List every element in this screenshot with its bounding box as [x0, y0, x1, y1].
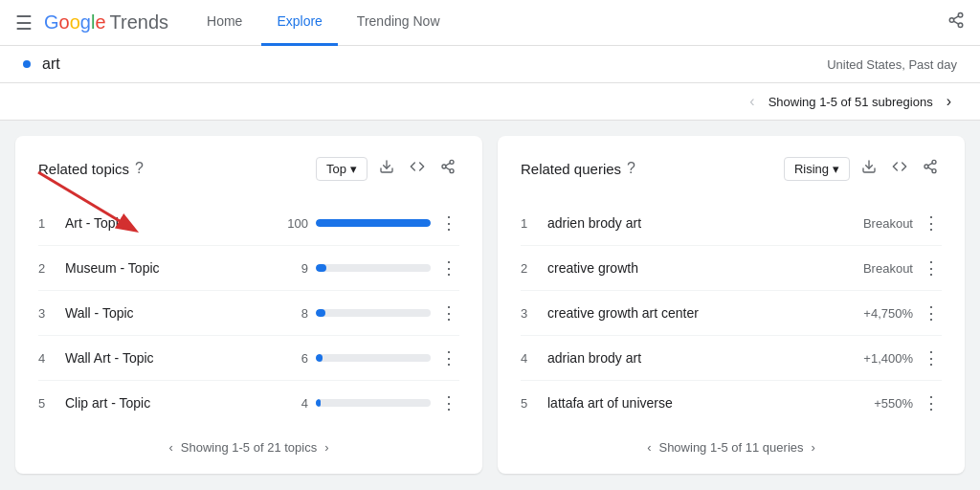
more-options-icon[interactable]: ⋮ — [438, 211, 459, 235]
search-bar: art United States, Past day — [0, 46, 980, 83]
query-row: 5 lattafa art of universe +550% ⋮ — [521, 381, 942, 425]
row-num: 1 — [521, 216, 540, 231]
related-queries-embed-icon[interactable] — [888, 155, 911, 182]
row-num: 1 — [38, 216, 57, 231]
related-queries-footer: ‹ Showing 1-5 of 11 queries › — [521, 440, 942, 455]
search-location: United States, Past day — [827, 57, 957, 72]
share-icon[interactable] — [947, 11, 965, 33]
row-num: 4 — [521, 351, 540, 366]
svg-line-12 — [446, 163, 451, 166]
related-topics-share-icon[interactable] — [436, 155, 459, 182]
topic-row: 3 Wall - Topic 8 ⋮ — [38, 291, 459, 336]
topics-rows: 1 Art - Topic 100 ⋮ 2 Museum - Topic 9 ⋮… — [38, 201, 459, 425]
related-queries-download-icon[interactable] — [858, 155, 880, 182]
more-options-icon[interactable]: ⋮ — [438, 345, 459, 370]
topic-row: 5 Clip art - Topic 4 ⋮ — [38, 381, 459, 425]
row-label: creative growth — [547, 260, 863, 276]
query-row: 2 creative growth Breakout ⋮ — [521, 246, 942, 291]
row-status: Breakout — [863, 216, 913, 231]
related-queries-controls: Rising ▾ — [784, 155, 942, 182]
bar-fill — [316, 264, 326, 272]
related-queries-share-icon[interactable] — [919, 155, 942, 182]
topics-footer-text: Showing 1-5 of 21 topics — [181, 440, 317, 455]
menu-icon[interactable]: ☰ — [15, 11, 33, 34]
topics-next-arrow[interactable]: › — [324, 440, 328, 455]
query-row: 1 adrien brody art Breakout ⋮ — [521, 201, 942, 246]
topic-row: 4 Wall Art - Topic 6 ⋮ — [38, 336, 459, 381]
more-options-icon[interactable]: ⋮ — [921, 211, 942, 235]
queries-next-arrow[interactable]: › — [812, 440, 815, 455]
search-term: art — [42, 56, 827, 73]
bar-fill — [316, 399, 321, 407]
row-label: Wall Art - Topic — [65, 350, 289, 366]
google-logo-text: Google Trends — [44, 11, 168, 33]
bar-container — [316, 219, 431, 227]
related-queries-title: Related queries — [521, 161, 621, 177]
row-num: 5 — [38, 396, 57, 411]
more-options-icon[interactable]: ⋮ — [438, 390, 459, 415]
subregions-nav: ‹ Showing 1-5 of 51 subregions › — [744, 91, 957, 112]
subregions-bar: ‹ Showing 1-5 of 51 subregions › — [0, 83, 980, 121]
subregions-next[interactable]: › — [941, 91, 957, 112]
logo: Google Trends — [44, 11, 168, 33]
related-topics-card: Related topics ? Top ▾ 1 Art - — [15, 136, 482, 474]
nav-home[interactable]: Home — [191, 0, 257, 46]
bar-bg — [316, 309, 431, 317]
row-label: adrian brody art — [547, 350, 863, 366]
queries-prev-arrow[interactable]: ‹ — [647, 440, 651, 455]
row-status: Breakout — [863, 261, 913, 276]
related-topics-controls: Top ▾ — [316, 155, 459, 182]
row-num: 3 — [38, 306, 57, 321]
bar-bg — [316, 354, 431, 362]
row-value: 6 — [289, 351, 308, 366]
row-value: 9 — [289, 261, 308, 276]
bar-container — [316, 354, 431, 362]
header: ☰ Google Trends Home Explore Trending No… — [0, 0, 980, 46]
svg-line-3 — [953, 21, 958, 24]
query-row: 4 adrian brody art +1,400% ⋮ — [521, 336, 942, 381]
topics-prev-arrow[interactable]: ‹ — [168, 440, 172, 455]
search-dot — [23, 60, 31, 68]
related-queries-header: Related queries ? Rising ▾ — [521, 155, 942, 182]
related-topics-dropdown[interactable]: Top ▾ — [316, 157, 368, 181]
row-label: creative growth art center — [547, 305, 863, 321]
subregions-prev[interactable]: ‹ — [744, 91, 760, 112]
row-status: +1,400% — [863, 351, 913, 366]
svg-line-4 — [953, 16, 958, 19]
row-label: Clip art - Topic — [65, 395, 289, 411]
query-row: 3 creative growth art center +4,750% ⋮ — [521, 291, 942, 336]
row-num: 4 — [38, 351, 57, 366]
row-label: Art - Topic — [65, 215, 287, 231]
more-options-icon[interactable]: ⋮ — [921, 301, 942, 325]
topic-row: 2 Museum - Topic 9 ⋮ — [38, 246, 459, 291]
bar-container — [316, 399, 431, 407]
more-options-icon[interactable]: ⋮ — [921, 390, 942, 415]
row-label: adrien brody art — [547, 215, 863, 231]
row-num: 2 — [38, 261, 57, 276]
related-queries-dropdown[interactable]: Rising ▾ — [784, 157, 850, 181]
trends-text: Trends — [110, 11, 169, 33]
svg-line-18 — [928, 163, 933, 166]
more-options-icon[interactable]: ⋮ — [438, 256, 459, 280]
svg-line-17 — [928, 167, 933, 170]
row-label: lattafa art of universe — [547, 395, 874, 411]
row-label: Museum - Topic — [65, 260, 289, 276]
nav-explore[interactable]: Explore — [261, 0, 337, 46]
svg-line-11 — [446, 167, 451, 170]
more-options-icon[interactable]: ⋮ — [921, 256, 942, 280]
bar-container — [316, 264, 431, 272]
related-topics-help-icon[interactable]: ? — [135, 160, 144, 177]
topic-row: 1 Art - Topic 100 ⋮ — [38, 201, 459, 246]
nav-trending-now[interactable]: Trending Now — [342, 0, 456, 46]
more-options-icon[interactable]: ⋮ — [438, 301, 459, 325]
row-status: +550% — [874, 396, 913, 411]
related-topics-embed-icon[interactable] — [406, 155, 429, 182]
queries-rows: 1 adrien brody art Breakout ⋮ 2 creative… — [521, 201, 942, 425]
bar-fill — [316, 309, 325, 317]
more-options-icon[interactable]: ⋮ — [921, 345, 942, 370]
related-queries-card: Related queries ? Rising ▾ 1 ad — [498, 136, 965, 474]
related-queries-help-icon[interactable]: ? — [627, 160, 635, 177]
related-topics-download-icon[interactable] — [375, 155, 398, 182]
bar-bg — [316, 399, 431, 407]
row-value: 100 — [287, 216, 308, 231]
